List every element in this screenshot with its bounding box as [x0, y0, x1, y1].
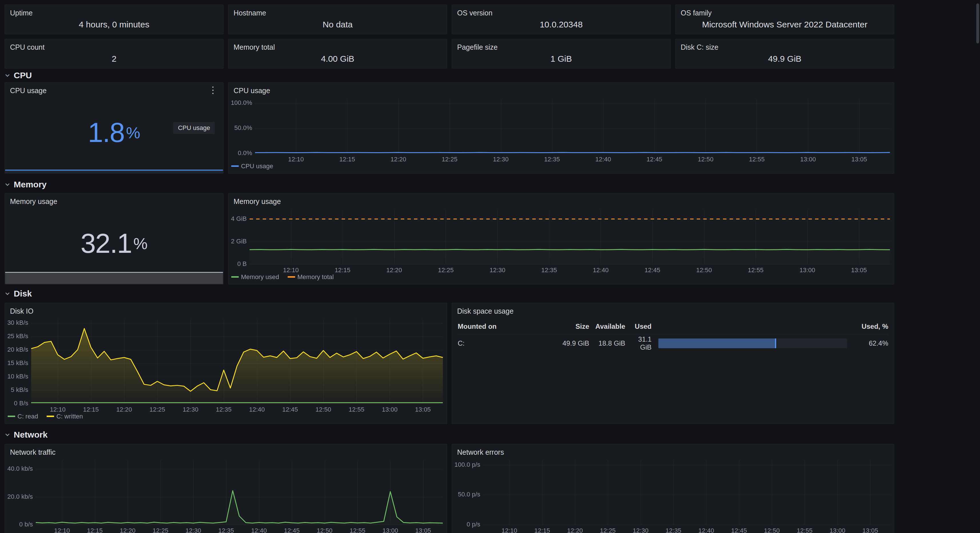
network-errors-chart-panel: Network errors — [452, 444, 894, 533]
disk-row: Disk IO Disk space usage Mounted on Size… — [5, 303, 894, 424]
memory-sparkline — [5, 272, 223, 284]
cpu-usage-stat-panel: CPU usage ⋮ 1.8 % CPU usage — [5, 82, 224, 174]
kebab-menu-icon[interactable]: ⋮ — [206, 85, 220, 95]
cpu-usage-chart[interactable] — [228, 96, 894, 172]
panel-title[interactable]: Uptime — [5, 5, 223, 17]
cell-available: 18.8 GiB — [589, 339, 625, 347]
panel-title[interactable]: Memory total — [228, 39, 447, 51]
section-header-disk[interactable]: Disk — [5, 289, 894, 298]
col-header-mounted-on[interactable]: Mounted on — [458, 322, 549, 330]
value-unit: % — [134, 234, 148, 253]
network-row: Network traffic Network errors — [5, 444, 894, 533]
panel-title[interactable]: Network errors — [452, 444, 894, 457]
col-header-used[interactable]: Used — [625, 322, 652, 330]
stat-value: 10.0.20348 — [452, 17, 670, 34]
table-header-row: Mounted on Size Available Used Used, % — [458, 319, 888, 334]
cpu-sparkline — [5, 170, 223, 173]
section-header-cpu[interactable]: CPU — [5, 71, 894, 80]
stat-value: Microsoft Windows Server 2022 Datacenter — [676, 17, 894, 34]
chevron-down-icon — [5, 432, 10, 438]
cell-used: 31.1 GiB — [625, 335, 652, 351]
stat-panel-os-version: OS version 10.0.20348 — [452, 5, 671, 34]
stat-value: 1 GiB — [452, 51, 670, 68]
panel-title[interactable]: OS version — [452, 5, 670, 17]
cell-size: 49.9 GiB — [549, 339, 589, 347]
network-traffic-chart[interactable] — [5, 458, 447, 533]
stat-value: 4 hours, 0 minutes — [5, 17, 223, 34]
disk-io-chart[interactable] — [5, 317, 447, 422]
panel-title[interactable]: OS family — [676, 5, 894, 17]
section-header-network[interactable]: Network — [5, 430, 894, 439]
disk-usage-gauge-fill — [659, 338, 776, 348]
disk-space-table: Mounted on Size Available Used Used, % C… — [458, 319, 888, 352]
value-number: 1.8 — [88, 117, 124, 148]
network-errors-chart[interactable] — [452, 458, 894, 533]
panel-title[interactable]: Network traffic — [5, 444, 447, 457]
chevron-down-icon — [5, 73, 10, 78]
series-label-badge: CPU usage — [173, 122, 215, 134]
stat-panel-hostname: Hostname No data — [228, 5, 447, 34]
memory-usage-chart[interactable] — [228, 207, 894, 282]
col-header-size[interactable]: Size — [549, 322, 589, 330]
stat-value: 2 — [5, 51, 223, 68]
memory-usage-chart-panel: Memory usage — [228, 193, 894, 284]
cell-used-pct: 62.4% — [854, 339, 888, 347]
stat-panel-os-family: OS family Microsoft Windows Server 2022 … — [675, 5, 894, 34]
panel-title[interactable]: CPU usage — [5, 82, 223, 95]
cell-mounted-on: C: — [458, 339, 549, 347]
cpu-row: CPU usage ⋮ 1.8 % CPU usage CPU usage — [5, 82, 894, 174]
panel-title[interactable]: Pagefile size — [452, 39, 670, 51]
memory-usage-value: 32.1 % — [5, 207, 223, 280]
section-title: Disk — [14, 289, 32, 298]
col-header-available[interactable]: Available — [589, 322, 625, 330]
network-traffic-chart-panel: Network traffic — [5, 444, 447, 533]
stat-panel-memory-total: Memory total 4.00 GiB — [228, 39, 447, 68]
cell-gauge — [652, 338, 854, 348]
panel-title[interactable]: Disk IO — [5, 303, 447, 315]
panel-title[interactable]: CPU count — [5, 39, 223, 51]
chevron-down-icon — [5, 291, 10, 297]
chevron-down-icon — [5, 182, 10, 187]
value-number: 32.1 — [81, 228, 132, 259]
stat-panel-cpu-count: CPU count 2 — [5, 39, 224, 68]
stat-value: No data — [228, 17, 447, 34]
dashboard: Uptime 4 hours, 0 minutes Hostname No da… — [5, 0, 894, 533]
disk-usage-gauge-track — [659, 338, 847, 348]
value-unit: % — [126, 124, 140, 142]
panel-title[interactable]: Disk space usage — [452, 303, 894, 315]
panel-title[interactable]: Disk C: size — [676, 39, 894, 51]
table-row: C: 49.9 GiB 18.8 GiB 31.1 GiB 62.4% — [458, 334, 888, 352]
memory-usage-stat-panel: Memory usage 32.1 % — [5, 193, 224, 284]
stat-panel-disk-c-size: Disk C: size 49.9 GiB — [675, 39, 894, 68]
panel-title[interactable]: Hostname — [228, 5, 447, 17]
panel-title[interactable]: Memory usage — [5, 194, 223, 206]
memory-row: Memory usage 32.1 % Memory usage — [5, 193, 894, 284]
scrollbar-thumb[interactable] — [976, 3, 979, 43]
panel-title[interactable]: CPU usage — [228, 82, 894, 95]
stat-panel-uptime: Uptime 4 hours, 0 minutes — [5, 5, 224, 34]
section-title: Network — [14, 430, 48, 439]
section-title: Memory — [14, 180, 46, 189]
stat-panel-pagefile-size: Pagefile size 1 GiB — [452, 39, 671, 68]
disk-space-usage-panel: Disk space usage Mounted on Size Availab… — [452, 303, 894, 424]
col-header-used-pct[interactable]: Used, % — [854, 322, 888, 330]
disk-io-chart-panel: Disk IO — [5, 303, 447, 424]
stats-grid: Uptime 4 hours, 0 minutes Hostname No da… — [5, 0, 894, 68]
stat-value: 4.00 GiB — [228, 51, 447, 68]
cpu-usage-chart-panel: CPU usage — [228, 82, 894, 174]
stat-value: 49.9 GiB — [676, 51, 894, 68]
panel-title[interactable]: Memory usage — [228, 194, 894, 206]
section-title: CPU — [14, 71, 32, 80]
section-header-memory[interactable]: Memory — [5, 180, 894, 189]
